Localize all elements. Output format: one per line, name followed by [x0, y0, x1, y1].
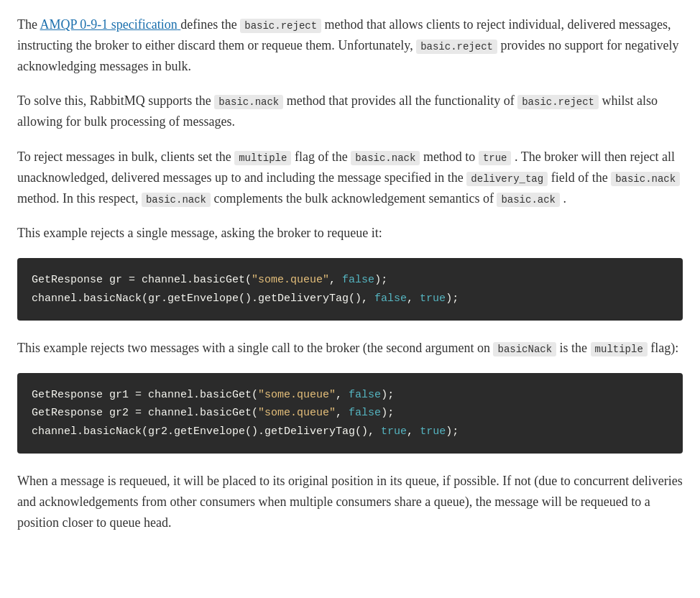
para3-text2: flag of the: [295, 150, 348, 164]
code-line-1: GetResponse gr = channel.basicGet("some.…: [32, 271, 668, 290]
paragraph-6: When a message is requeued, it will be p…: [17, 471, 683, 533]
para3-text5: field of the: [551, 170, 608, 185]
para5-text2: is the: [560, 341, 588, 355]
code-line-4: GetResponse gr2 = channel.basicGet("some…: [32, 404, 668, 423]
para3-text1: To reject messages in bulk, clients set …: [17, 150, 231, 164]
para6-text: When a message is requeued, it will be p…: [17, 474, 683, 530]
para5-text3: flag):: [650, 341, 678, 355]
para2-text1: To solve this, RabbitMQ supports the: [17, 93, 211, 108]
paragraph-2: To solve this, RabbitMQ supports the bas…: [17, 91, 683, 132]
code-line-3: GetResponse gr1 = channel.basicGet("some…: [32, 386, 668, 405]
para4-text: This example rejects a single message, a…: [17, 226, 382, 240]
basic-nack-code-2: basic.nack: [351, 151, 420, 165]
paragraph-1: The AMQP 0-9-1 specification defines the…: [17, 14, 683, 76]
para3-text7: complements the bulk acknowledgement sem…: [213, 191, 493, 206]
para1-before-link: The: [17, 17, 37, 32]
code-block-2: GetResponse gr1 = channel.basicGet("some…: [17, 373, 683, 454]
para2-text2: method that provides all the functionali…: [287, 93, 515, 108]
para3-text8: .: [563, 191, 567, 206]
multiple-code: multiple: [234, 151, 291, 165]
basic-nack-code-1: basic.nack: [214, 95, 283, 109]
basic-reject-code-2: basic.reject: [416, 40, 497, 54]
true-code: true: [479, 151, 512, 165]
basic-reject-code-3: basic.reject: [517, 95, 599, 109]
basic-nack-ref: basicNack: [493, 342, 556, 356]
code-line-2: channel.basicNack(gr.getEnvelope().getDe…: [32, 290, 668, 308]
para5-text1: This example rejects two messages with a…: [17, 341, 490, 355]
amqp-spec-link[interactable]: AMQP 0-9-1 specification: [40, 17, 181, 32]
basic-ack-code: basic.ack: [497, 193, 560, 207]
basic-nack-code-3: basic.nack: [611, 172, 680, 186]
basic-nack-code-4: basic.nack: [142, 193, 211, 207]
code-line-5: channel.basicNack(gr2.getEnvelope().getD…: [32, 423, 668, 441]
para3-text3: method to: [423, 150, 476, 164]
paragraph-5: This example rejects two messages with a…: [17, 338, 683, 359]
para3-text6: method. In this respect,: [17, 191, 138, 206]
para1-after-link: defines the: [180, 17, 240, 32]
paragraph-4: This example rejects a single message, a…: [17, 223, 683, 244]
basic-reject-code-1: basic.reject: [240, 19, 321, 33]
code-block-1: GetResponse gr = channel.basicGet("some.…: [17, 258, 683, 321]
paragraph-3: To reject messages in bulk, clients set …: [17, 147, 683, 208]
multiple-code-2: multiple: [591, 342, 648, 356]
delivery-tag-code: delivery_tag: [466, 172, 548, 186]
